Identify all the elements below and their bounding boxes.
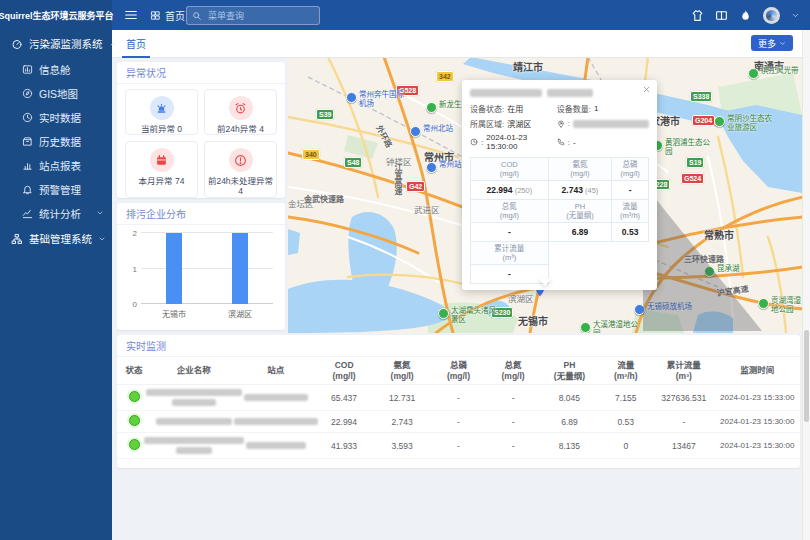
layout-icon[interactable]: [715, 9, 728, 22]
metric-cell: -: [653, 411, 714, 433]
sidebar-item-站点报表[interactable]: 站点报表: [0, 153, 112, 177]
sidebar-item-GIS地图[interactable]: GIS地图: [0, 81, 112, 105]
sidebar-section-1[interactable]: 基础管理系统: [0, 225, 112, 252]
map-label: 无锡市: [518, 313, 548, 328]
status-card-2[interactable]: 本月异常 74: [125, 141, 198, 197]
map-poi: 贡湖湾湿地公园: [758, 297, 803, 314]
sidebar-item-label: 统计分析: [39, 206, 90, 221]
history-icon: [22, 136, 33, 147]
sidebar-section-0[interactable]: 污染源监测系统: [0, 30, 112, 57]
popup-title-redacted: [470, 89, 649, 97]
map-poi: 太湖鼋头渚风景区: [438, 307, 503, 324]
scrollbar-thumb[interactable]: [804, 330, 809, 422]
more-button[interactable]: 更多: [751, 35, 793, 51]
gridline: [141, 268, 273, 269]
map-label: 靖江市: [513, 59, 543, 74]
sidebar-item-label: 实时数据: [39, 110, 104, 125]
clock-icon: [470, 138, 478, 146]
alarm-clock-icon: [234, 102, 247, 115]
compass-icon: [22, 88, 33, 99]
company-name-redacted: [152, 389, 235, 406]
bell-icon: [22, 184, 33, 195]
popup-metric-header: 总磷(mg/l): [612, 158, 649, 181]
grid-icon: [150, 10, 161, 21]
column-header-PH: PH(无量纲): [540, 357, 598, 385]
map-label: 金武快速路: [304, 193, 344, 204]
shirt-icon[interactable]: [691, 9, 704, 22]
station-name-redacted: [238, 442, 315, 449]
map-poi: 常州北站: [410, 125, 453, 137]
gridline: [141, 232, 273, 233]
status-dot: [129, 391, 140, 402]
column-header-COD: COD(mg/l): [315, 357, 373, 385]
popup-metrics-table: COD(mg/l)氨氮(mg/l)总磷(mg/l)22.994 (250)2.7…: [470, 157, 649, 284]
gauge-icon: [11, 38, 23, 50]
sidebar-item-label: 信息舱: [39, 62, 104, 77]
search-icon: [192, 11, 202, 21]
column-header-总磷: 总磷(mg/l): [431, 357, 486, 385]
company-name-redacted: [152, 437, 235, 454]
y-tick-label: 1: [133, 264, 137, 273]
status-card-0[interactable]: 当前异常 0: [125, 89, 198, 135]
header-actions: [691, 0, 800, 30]
location-icon: [557, 120, 565, 128]
metric-cell: 22.994: [315, 411, 373, 433]
metric-cell: 41.933: [315, 433, 373, 459]
sidebar-item-实时数据[interactable]: 实时数据: [0, 105, 112, 129]
popup-phone-value: -: [573, 138, 576, 147]
metric-cell: -: [431, 385, 486, 411]
table-row-1[interactable]: 22.9942.743--6.890.53-2024-01-23 15:30:0…: [117, 411, 800, 433]
breadcrumb[interactable]: 首页: [150, 0, 185, 30]
calendar-icon: [155, 154, 168, 167]
sidebar-item-历史数据[interactable]: 历史数据: [0, 129, 112, 153]
metric-cell: 6.89: [540, 411, 598, 433]
road-shield: G524: [681, 173, 704, 184]
map-label: 常熟市: [704, 227, 734, 242]
warning-icon: [229, 148, 253, 172]
menu-icon[interactable]: [124, 8, 138, 22]
road-shield: 340: [302, 149, 320, 160]
region-label: 所属区域:: [470, 118, 504, 129]
station-popup: 设备状态: 在用 设备数量: 1 所属区域: 滨湖区 : : 2024-01-2…: [462, 80, 657, 290]
road-shield: G42: [406, 181, 425, 192]
metric-cell: -: [486, 433, 541, 459]
page-scrollbar: [802, 30, 810, 540]
sidebar-item-统计分析[interactable]: 统计分析: [0, 201, 112, 225]
sidebar-item-label: 历史数据: [39, 134, 104, 149]
address-redacted: [573, 120, 649, 128]
popup-metric-value: 2.743 (45): [548, 181, 611, 200]
user-avatar[interactable]: [763, 7, 780, 24]
trend-icon: [22, 208, 33, 219]
sidebar-item-预警管理[interactable]: 预警管理: [0, 177, 112, 201]
monitor-table-body: 65.43712.731--8.0457.155327636.5312024-0…: [117, 385, 800, 459]
top-header: Squirrel生态环境云服务平台 首页: [0, 0, 810, 30]
sidebar-item-label: 预警管理: [39, 182, 104, 197]
realtime-panel-title: 实时监测: [117, 335, 800, 357]
close-icon[interactable]: [642, 85, 651, 94]
flame-icon[interactable]: [739, 9, 752, 22]
table-row-0[interactable]: 65.43712.731--8.0457.155327636.5312024-0…: [117, 385, 800, 411]
bar-滨湖区: [232, 233, 248, 304]
bar-无锡市: [166, 233, 182, 304]
status-card-label: 前24h异常 4: [215, 124, 266, 134]
chevron-down-icon[interactable]: [791, 11, 800, 20]
station-name-redacted: [238, 394, 315, 401]
chevron-down-icon: [779, 40, 786, 47]
sidebar-section-label: 基础管理系统: [29, 231, 92, 246]
popup-metric-value: -: [471, 223, 549, 242]
sidebar-item-信息舱[interactable]: 信息舱: [0, 57, 112, 81]
status-card-3[interactable]: 前24h未处理异常 4: [204, 141, 277, 197]
popup-metric-value: 22.994 (250): [471, 181, 549, 200]
tab-home[interactable]: 首页: [122, 30, 150, 58]
search-input[interactable]: [206, 10, 314, 22]
map-canvas[interactable]: 设备状态: 在用 设备数量: 1 所属区域: 滨湖区 : : 2024-01-2…: [288, 57, 803, 333]
map-poi: 常州奔牛国际机场: [346, 91, 411, 108]
column-header-站点: 站点: [237, 357, 316, 385]
monitor-time-cell: 2024-01-23 15:30:00: [715, 411, 800, 433]
sidebar-item-label: GIS地图: [39, 86, 104, 101]
table-row-2[interactable]: 41.9333.593--8.1350134672024-01-23 15:30…: [117, 433, 800, 459]
status-card-1[interactable]: 前24h异常 4: [204, 89, 277, 135]
siren-icon: [155, 102, 168, 115]
report-icon: [22, 160, 33, 171]
chevron-down-icon: [96, 209, 104, 217]
